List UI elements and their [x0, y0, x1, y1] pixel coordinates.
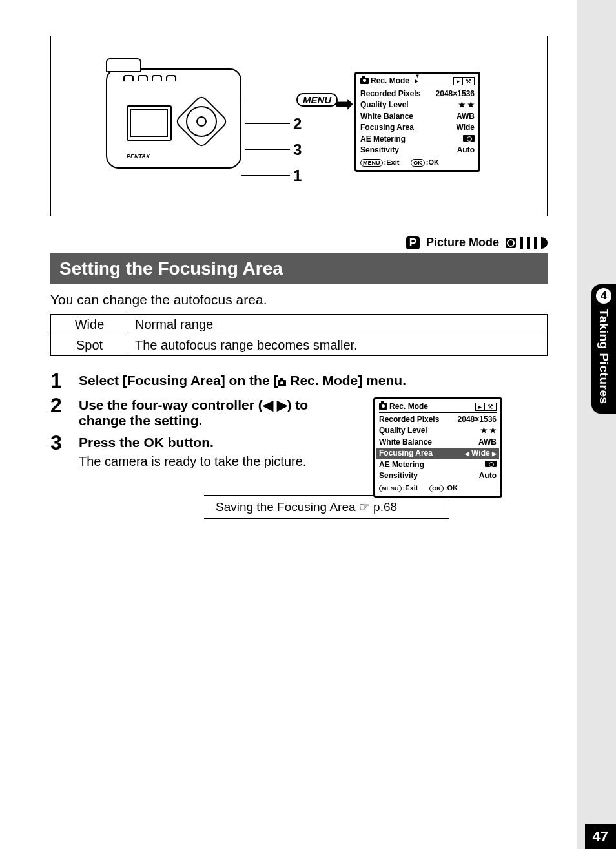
- callout-3: 3: [293, 141, 302, 159]
- camera-icon: [379, 403, 387, 410]
- chapter-title: Taking Pictures: [597, 309, 611, 404]
- chapter-tab: 4 Taking Pictures: [591, 284, 616, 414]
- callout-2: 2: [293, 115, 302, 133]
- top-diagram: PENTAX MENU ➡ 2 3 1 ▼ Rec. Mode ▶ ▸⚒ Rec…: [50, 36, 548, 216]
- p-mode-icon: P: [406, 236, 420, 249]
- other-tabs-icon: ▸⚒: [475, 403, 497, 411]
- table-row: Spot The autofocus range becomes smaller…: [51, 335, 548, 356]
- step-number: 3: [50, 432, 67, 469]
- down-triangle-icon: ▼: [415, 73, 420, 79]
- page-content: PENTAX MENU ➡ 2 3 1 ▼ Rec. Mode ▶ ▸⚒ Rec…: [50, 36, 548, 519]
- metering-icon: [463, 135, 475, 142]
- step-number: 2: [50, 395, 67, 428]
- lcd-preview-top: ▼ Rec. Mode ▶ ▸⚒ Recorded Pixels2048×153…: [354, 72, 480, 172]
- camera-brand: PENTAX: [127, 153, 150, 160]
- arrow-icon: ➡: [335, 90, 353, 116]
- metering-icon: [485, 461, 497, 467]
- step-text: Select [Focusing Area] on the [ Rec. Mod…: [79, 370, 406, 391]
- table-row: Wide Normal range: [51, 315, 548, 335]
- step-text: Press the OK button. The camera is ready…: [79, 432, 306, 469]
- night-portrait-icon: [506, 238, 516, 248]
- lcd-title: Rec. Mode: [371, 76, 409, 85]
- lcd-rows: Recorded Pixels2048×1536 Quality Level★ …: [379, 414, 497, 481]
- intro-text: You can change the autofocus area.: [50, 292, 548, 308]
- camera-illustration: PENTAX: [106, 68, 254, 178]
- camera-icon: [360, 78, 369, 84]
- panorama-icon: [541, 237, 548, 249]
- movie-icon: [527, 237, 530, 249]
- page-number: 47: [585, 824, 616, 849]
- range-desc: Normal range: [128, 315, 548, 335]
- chapter-number: 4: [596, 288, 611, 304]
- callout-1: 1: [293, 167, 302, 185]
- mode-icons: [506, 237, 548, 249]
- picture-mode-bar: P Picture Mode: [50, 236, 548, 249]
- lcd-rows: Recorded Pixels2048×1536 Quality Level★ …: [360, 89, 475, 156]
- other-tabs-icon: ▸⚒: [453, 77, 475, 85]
- step-number: 1: [50, 370, 67, 391]
- side-margin: 4 Taking Pictures 47: [577, 0, 616, 849]
- section-heading: Setting the Focusing Area: [50, 253, 548, 284]
- range-desc: The autofocus range becomes smaller.: [128, 335, 548, 356]
- movie-icon: [534, 237, 537, 249]
- lcd-preview-bottom: Rec. Mode ▸⚒ Recorded Pixels2048×1536 Qu…: [373, 397, 502, 498]
- lcd-title: Rec. Mode: [389, 402, 428, 411]
- cross-reference: Saving the Focusing Area ☞ p.68: [204, 495, 449, 519]
- range-name: Spot: [51, 335, 128, 356]
- menu-button-label: MENU: [296, 93, 338, 107]
- steps-list: 1 Select [Focusing Area] on the [ Rec. M…: [50, 370, 548, 469]
- camera-icon: [278, 380, 286, 386]
- step-note: The camera is ready to take the picture.: [79, 454, 306, 469]
- range-name: Wide: [51, 315, 128, 335]
- picture-mode-label: Picture Mode: [426, 236, 499, 249]
- step-text: Use the four-way controller (◀ ▶) to cha…: [79, 395, 356, 428]
- movie-icon: [520, 237, 523, 249]
- four-way-controller-icon: [182, 102, 221, 141]
- focus-range-table: Wide Normal range Spot The autofocus ran…: [50, 314, 548, 356]
